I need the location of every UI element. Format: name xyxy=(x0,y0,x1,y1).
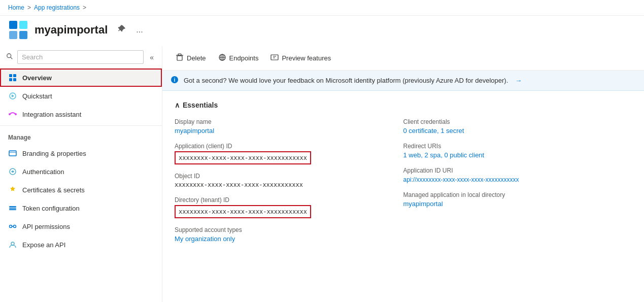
info-banner-arrow[interactable]: → xyxy=(515,77,522,84)
svg-point-4 xyxy=(7,54,11,58)
info-banner: i Got a second? We would love your feedb… xyxy=(162,71,644,91)
sidebar-item-branding[interactable]: Branding & properties xyxy=(0,144,162,162)
redirect-uris-label: Redirect URIs xyxy=(403,143,632,150)
expose-icon xyxy=(8,240,17,249)
managed-app-label: Managed application in local directory xyxy=(403,191,632,198)
essentials-display-name: Display name myapimportal xyxy=(175,118,403,135)
svg-text:i: i xyxy=(174,77,176,83)
essentials-account-types: Supported account types My organization … xyxy=(175,226,403,243)
content-area: Delete Endpoints xyxy=(162,46,644,302)
breadcrumb-app-reg[interactable]: App registrations xyxy=(34,4,80,11)
app-id-uri-link[interactable]: api://xxxxxxxx-xxxx-xxxx-xxxx-xxxxxxxxxx… xyxy=(403,176,519,183)
essentials-app-id-uri: Application ID URI api://xxxxxxxx-xxxx-x… xyxy=(403,167,632,183)
svg-point-19 xyxy=(10,225,12,228)
search-icon xyxy=(6,53,13,61)
toolbar: Delete Endpoints xyxy=(162,46,644,71)
top-bar: Home > App registrations > xyxy=(0,0,644,16)
sidebar-collapse-button[interactable]: « xyxy=(148,51,156,63)
sidebar-item-expose-label: Expose an API xyxy=(22,241,65,249)
endpoints-icon xyxy=(218,53,226,63)
pin-button[interactable] xyxy=(116,24,128,36)
svg-rect-13 xyxy=(9,151,16,156)
svg-point-12 xyxy=(15,113,17,115)
essentials-managed-app: Managed application in local directory m… xyxy=(403,191,632,208)
integration-icon xyxy=(8,110,17,119)
sidebar-item-quickstart-label: Quickstart xyxy=(22,92,52,100)
essentials-grid: Display name myapimportal Application (c… xyxy=(175,118,632,251)
sidebar-item-quickstart[interactable]: Quickstart xyxy=(0,87,162,105)
sidebar-item-authentication[interactable]: Authentication xyxy=(0,162,162,181)
essentials-header[interactable]: ∧ Essentials xyxy=(175,101,632,109)
app-title: myapimportal xyxy=(35,23,108,37)
client-id-label: Application (client) ID xyxy=(175,143,403,150)
main-layout: « Overview xyxy=(0,46,644,302)
overview-icon xyxy=(8,73,17,82)
svg-point-20 xyxy=(14,225,16,228)
header-icons: ... xyxy=(116,24,145,36)
essentials-section: ∧ Essentials Display name myapimportal xyxy=(162,91,644,261)
svg-rect-6 xyxy=(9,74,12,77)
app-icon xyxy=(8,20,28,40)
sidebar-item-authentication-label: Authentication xyxy=(22,168,64,176)
svg-rect-25 xyxy=(178,54,181,55)
sidebar-item-certs[interactable]: Certificates & secrets xyxy=(0,181,162,199)
breadcrumb-home[interactable]: Home xyxy=(8,4,24,11)
sidebar-item-overview[interactable]: Overview xyxy=(0,69,162,87)
svg-rect-9 xyxy=(13,78,16,81)
essentials-chevron: ∧ xyxy=(175,101,180,109)
breadcrumb-sep1: > xyxy=(27,4,31,11)
svg-rect-7 xyxy=(13,74,16,77)
sidebar-item-expose[interactable]: Expose an API xyxy=(0,236,162,254)
account-types-link[interactable]: My organization only xyxy=(175,235,235,243)
sidebar-item-api-label: API permissions xyxy=(22,223,70,230)
sidebar-item-token[interactable]: Token configuration xyxy=(0,199,162,217)
svg-rect-17 xyxy=(9,208,16,209)
account-types-value: My organization only xyxy=(175,235,403,243)
client-id-value: xxxxxxxx-xxxx-xxxx-xxxx-xxxxxxxxxxx xyxy=(175,151,311,164)
branding-icon xyxy=(8,149,17,158)
essentials-left-col: Display name myapimportal Application (c… xyxy=(175,118,403,251)
essentials-right-col: Client credentials 0 certificate, 1 secr… xyxy=(403,118,632,251)
essentials-client-id: Application (client) ID xxxxxxxx-xxxx-xx… xyxy=(175,143,403,164)
info-banner-text: Got a second? We would love your feedbac… xyxy=(184,77,508,84)
delete-icon xyxy=(176,53,184,63)
api-icon xyxy=(8,222,17,231)
sidebar-item-api[interactable]: API permissions xyxy=(0,217,162,236)
preview-features-button[interactable]: Preview features xyxy=(265,50,336,66)
display-name-link[interactable]: myapimportal xyxy=(175,127,214,135)
essentials-object-id: Object ID xxxxxxxx-xxxx-xxxx-xxxx-xxxxxx… xyxy=(175,173,403,188)
breadcrumb: Home > App registrations > xyxy=(8,4,86,11)
more-button[interactable]: ... xyxy=(134,24,145,36)
app-container: Home > App registrations > myapimportal xyxy=(0,0,644,302)
svg-rect-18 xyxy=(9,209,16,210)
svg-rect-3 xyxy=(19,31,27,39)
sidebar-item-branding-label: Branding & properties xyxy=(22,150,86,157)
object-id-label: Object ID xyxy=(175,173,403,180)
svg-rect-30 xyxy=(271,55,278,60)
client-creds-label: Client credentials xyxy=(403,118,632,125)
display-name-label: Display name xyxy=(175,118,403,125)
svg-rect-2 xyxy=(9,31,17,39)
sidebar-item-token-label: Token configuration xyxy=(22,205,80,212)
sidebar-search-container: « xyxy=(0,46,162,69)
managed-app-link[interactable]: myapimportal xyxy=(403,200,443,208)
quickstart-icon xyxy=(8,91,17,100)
sidebar-item-integration[interactable]: Integration assistant xyxy=(0,105,162,123)
search-input[interactable] xyxy=(17,50,144,64)
client-creds-link[interactable]: 0 certificate, 1 secret xyxy=(403,127,464,135)
essentials-label: Essentials xyxy=(183,101,218,109)
sidebar: « Overview xyxy=(0,46,162,302)
endpoints-button[interactable]: Endpoints xyxy=(213,50,264,66)
app-id-uri-label: Application ID URI xyxy=(403,167,632,174)
svg-rect-1 xyxy=(19,21,27,29)
sidebar-item-certs-label: Certificates & secrets xyxy=(22,186,85,194)
essentials-tenant-id: Directory (tenant) ID xxxxxxxx-xxxx-xxxx… xyxy=(175,196,403,218)
token-icon xyxy=(8,204,17,213)
delete-button[interactable]: Delete xyxy=(171,50,211,66)
svg-rect-8 xyxy=(9,78,12,81)
svg-point-11 xyxy=(9,113,11,115)
redirect-uris-link[interactable]: 1 web, 2 spa, 0 public client xyxy=(403,151,485,159)
authentication-icon xyxy=(8,167,17,176)
app-header: myapimportal ... xyxy=(0,16,644,46)
tenant-id-value: xxxxxxxx-xxxx-xxxx-xxxx-xxxxxxxxxxx xyxy=(175,205,311,218)
